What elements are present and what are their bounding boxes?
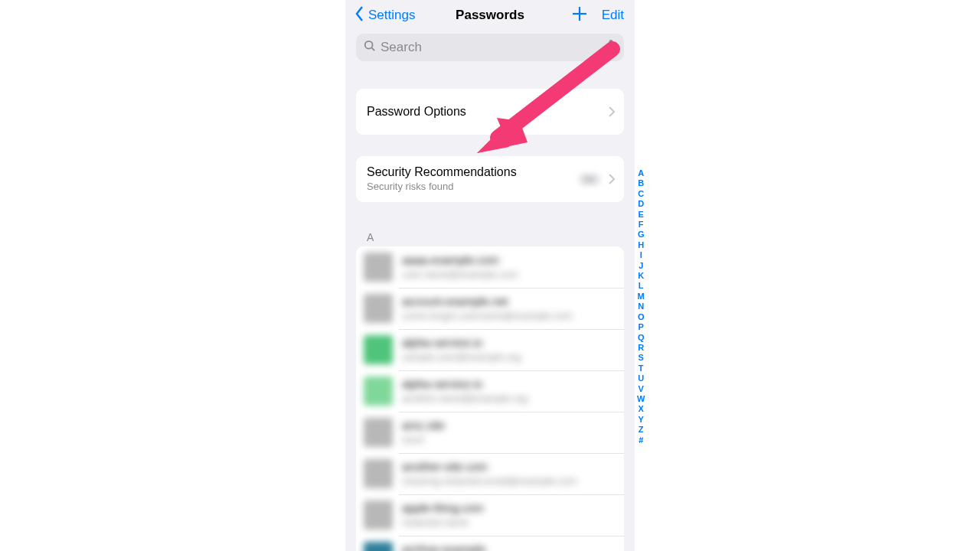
search-input[interactable] — [376, 40, 606, 55]
search-wrap — [345, 31, 635, 61]
password-row-text: aaaa.example.comuser.name@example.com — [402, 253, 518, 282]
password-row-user: short — [402, 434, 445, 447]
index-letter[interactable]: G — [638, 230, 645, 240]
search-field[interactable] — [356, 34, 624, 61]
index-letter[interactable]: T — [639, 364, 644, 373]
password-list: aaaa.example.comuser.name@example.comacc… — [356, 246, 624, 551]
password-row[interactable]: alpha-service.ioanother.name@example.org — [356, 370, 624, 412]
password-row[interactable]: another-site.comverylong.redacted.email@… — [356, 453, 624, 494]
index-letter[interactable]: Z — [639, 425, 644, 435]
password-row-user: another.name@example.org — [402, 393, 528, 406]
security-count-badge: 00 — [578, 173, 601, 186]
cell-security-trailing: 00 — [578, 173, 615, 186]
index-letter[interactable]: E — [639, 210, 644, 220]
chevron-right-icon — [609, 106, 615, 117]
site-favicon — [364, 500, 393, 530]
index-letter[interactable]: N — [638, 302, 644, 311]
password-row-text: alpha-service.iosample.user@example.org — [402, 336, 521, 364]
cell-security-subtitle: Security risks found — [367, 181, 517, 194]
password-row-text: amz.siteshort — [402, 419, 445, 447]
index-letter[interactable]: S — [639, 353, 644, 363]
site-favicon — [364, 294, 393, 323]
index-letter[interactable]: D — [638, 199, 644, 209]
group-security-recs: Security Recommendations Security risks … — [356, 156, 624, 202]
password-row-user: verylong.redacted.email@example.com — [402, 475, 577, 488]
chevron-left-icon — [354, 5, 365, 26]
index-letter[interactable]: I — [640, 250, 642, 260]
password-row-text: another-site.comverylong.redacted.email@… — [402, 460, 577, 488]
password-row-text: account.example.netsome.longer.username@… — [402, 295, 573, 323]
index-letter[interactable]: Y — [639, 415, 644, 425]
group-password-options: Password Options — [356, 89, 624, 135]
password-row-user: redacted.name — [402, 517, 484, 530]
device-frame: Settings Passwords Edit — [345, 0, 635, 551]
cell-password-options-label: Password Options — [367, 104, 466, 119]
cell-security-text: Security Recommendations Security risks … — [367, 165, 517, 194]
index-letter[interactable]: W — [637, 394, 645, 404]
index-letter[interactable]: L — [639, 281, 644, 291]
password-row-site: alpha-service.io — [402, 377, 528, 391]
site-favicon — [364, 542, 393, 551]
nav-bar: Settings Passwords Edit — [345, 0, 635, 31]
password-row[interactable]: alpha-service.iosample.user@example.org — [356, 329, 624, 370]
cell-security-title: Security Recommendations — [367, 165, 517, 179]
password-row-text: apple-thing.comredacted.name — [402, 501, 484, 530]
back-button[interactable]: Settings — [345, 5, 415, 26]
svg-point-2 — [365, 41, 373, 49]
index-letter[interactable]: Q — [638, 333, 645, 343]
add-button[interactable] — [571, 5, 588, 25]
password-row-text: alpha-service.ioanother.name@example.org — [402, 377, 528, 406]
edit-button[interactable]: Edit — [602, 8, 624, 23]
index-letter[interactable]: B — [638, 178, 644, 188]
index-letter[interactable]: F — [639, 220, 644, 230]
svg-line-3 — [372, 48, 375, 51]
section-header-a: A — [367, 231, 613, 243]
index-letter[interactable]: H — [638, 240, 644, 250]
password-row[interactable]: apple-thing.comredacted.name — [356, 494, 624, 536]
password-row[interactable]: archive.exampleredacted.longer.username@… — [356, 536, 624, 551]
index-letter[interactable]: C — [638, 189, 644, 199]
index-letter[interactable]: X — [639, 404, 644, 414]
index-letter[interactable]: # — [639, 435, 643, 445]
password-row-user: some.longer.username@example.com — [402, 310, 573, 323]
site-favicon — [364, 459, 393, 488]
password-row-site: account.example.net — [402, 295, 573, 308]
cell-security-recommendations[interactable]: Security Recommendations Security risks … — [356, 156, 624, 202]
site-favicon — [364, 418, 393, 447]
index-letter[interactable]: O — [638, 312, 645, 322]
password-row-site: another-site.com — [402, 460, 577, 474]
stage: Settings Passwords Edit — [0, 0, 980, 551]
site-favicon — [364, 253, 393, 282]
password-row-site: aaaa.example.com — [402, 253, 518, 267]
back-label: Settings — [368, 8, 415, 23]
index-letter[interactable]: J — [639, 261, 643, 271]
index-letter[interactable]: V — [639, 384, 644, 394]
index-letter[interactable]: U — [638, 373, 644, 383]
password-row-text: archive.exampleredacted.longer.username@… — [402, 543, 587, 551]
password-row[interactable]: account.example.netsome.longer.username@… — [356, 288, 624, 329]
site-favicon — [364, 377, 393, 406]
cell-password-options[interactable]: Password Options — [356, 89, 624, 135]
password-row-site: amz.site — [402, 419, 445, 432]
password-row-site: archive.example — [402, 543, 587, 551]
password-row-user: user.name@example.com — [402, 269, 518, 282]
search-icon — [364, 40, 376, 55]
index-letter[interactable]: A — [638, 168, 644, 178]
index-letter[interactable]: M — [638, 292, 645, 302]
plus-icon — [571, 11, 588, 24]
index-bar[interactable]: ABCDEFGHIJKLMNOPQRSTUVWXYZ# — [637, 168, 645, 445]
password-row[interactable]: aaaa.example.comuser.name@example.com — [356, 246, 624, 288]
password-row-user: sample.user@example.org — [402, 351, 521, 364]
password-row-site: apple-thing.com — [402, 501, 484, 515]
index-letter[interactable]: K — [638, 271, 644, 281]
password-row-site: alpha-service.io — [402, 336, 521, 350]
index-letter[interactable]: P — [639, 322, 644, 332]
microphone-icon[interactable] — [606, 39, 616, 56]
password-row[interactable]: amz.siteshort — [356, 412, 624, 453]
index-letter[interactable]: R — [638, 343, 644, 353]
svg-rect-4 — [609, 40, 613, 47]
site-favicon — [364, 335, 393, 364]
nav-right: Edit — [571, 5, 635, 25]
